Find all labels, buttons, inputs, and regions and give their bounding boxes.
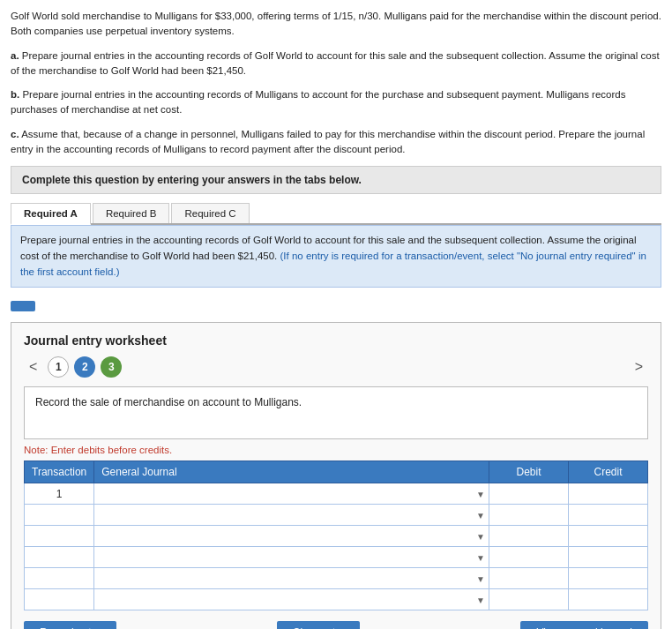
table-row: ▼: [25, 505, 648, 526]
intro-part-b: b. Prepare journal entries in the accoun…: [11, 87, 661, 118]
instruction-box: Prepare journal entries in the accountin…: [11, 225, 661, 288]
debit-input-1[interactable]: [494, 488, 564, 500]
transaction-cell-2: [25, 505, 94, 526]
journal-input-6[interactable]: [99, 594, 484, 606]
complete-banner: Complete this question by entering your …: [11, 166, 661, 194]
transaction-cell-5: [25, 568, 94, 589]
view-transaction-button[interactable]: [11, 301, 35, 311]
debit-input-4[interactable]: [494, 551, 564, 564]
nav-page-2[interactable]: 2: [74, 356, 95, 378]
part-c-text: Assume that, because of a change in pers…: [11, 129, 645, 154]
journal-cell-4[interactable]: ▼: [94, 547, 489, 568]
tab-required-a[interactable]: Required A: [11, 203, 91, 225]
debit-cell-3[interactable]: [489, 526, 569, 547]
credit-input-3[interactable]: [573, 530, 643, 543]
journal-cell-1[interactable]: ▼: [94, 483, 489, 505]
col-header-credit: Credit: [569, 461, 648, 483]
debit-cell-6[interactable]: [489, 589, 569, 610]
dropdown-icon-6: ▼: [476, 595, 485, 604]
intro-section: Golf World sold merchandise to Mulligans…: [11, 9, 661, 157]
credit-cell-2[interactable]: [569, 505, 648, 526]
debit-cell-2[interactable]: [489, 505, 569, 526]
intro-part-a: a. Prepare journal entries in the accoun…: [11, 49, 661, 79]
journal-input-3[interactable]: [99, 530, 484, 543]
transaction-cell-6: [25, 589, 94, 610]
tab-required-c[interactable]: Required C: [171, 203, 249, 223]
table-row: ▼: [25, 547, 648, 568]
journal-input-5[interactable]: [99, 573, 484, 585]
credit-cell-6[interactable]: [569, 589, 648, 610]
credit-input-2[interactable]: [573, 509, 643, 521]
credit-input-6[interactable]: [573, 594, 643, 606]
button-row: Record entry Clear entry View general jo…: [24, 621, 648, 629]
debit-input-2[interactable]: [494, 509, 564, 521]
journal-cell-2[interactable]: ▼: [94, 505, 489, 526]
debit-input-5[interactable]: [494, 573, 564, 585]
part-b-label: b.: [11, 89, 19, 100]
table-row: 1 ▼: [25, 483, 648, 505]
col-header-debit: Debit: [489, 461, 569, 483]
debit-input-6[interactable]: [494, 594, 564, 606]
journal-cell-6[interactable]: ▼: [94, 589, 489, 610]
journal-table: Transaction General Journal Debit Credit…: [24, 461, 648, 610]
dropdown-icon-2: ▼: [476, 510, 485, 520]
part-a-text: Prepare journal entries in the accountin…: [11, 50, 660, 76]
table-row: ▼: [25, 526, 648, 547]
table-row: ▼: [25, 568, 648, 589]
debit-cell-5[interactable]: [489, 568, 569, 589]
next-arrow[interactable]: >: [630, 357, 648, 377]
col-header-general-journal: General Journal: [94, 461, 489, 483]
nav-page-1[interactable]: 1: [48, 356, 69, 378]
transaction-cell-3: [25, 526, 94, 547]
intro-main: Golf World sold merchandise to Mulligans…: [11, 9, 661, 40]
prev-arrow[interactable]: <: [24, 357, 42, 377]
note-text: Note: Enter debits before credits.: [24, 445, 648, 455]
dropdown-icon-4: ▼: [476, 552, 485, 562]
journal-input-4[interactable]: [99, 551, 484, 564]
transaction-cell-4: [25, 547, 94, 568]
journal-worksheet: Journal entry worksheet < 1 2 3 > Record…: [11, 322, 661, 629]
instruction-text: Prepare journal entries in the accountin…: [20, 235, 646, 277]
part-b-text: Prepare journal entries in the accountin…: [11, 89, 625, 115]
dropdown-icon-5: ▼: [476, 573, 485, 583]
journal-cell-5[interactable]: ▼: [94, 568, 489, 589]
part-c-label: c.: [11, 129, 19, 139]
view-general-journal-button[interactable]: View general journal: [520, 621, 648, 629]
nav-page-3[interactable]: 3: [101, 356, 122, 378]
credit-cell-5[interactable]: [569, 568, 648, 589]
record-entry-button[interactable]: Record entry: [24, 621, 116, 629]
dropdown-icon-3: ▼: [476, 531, 485, 541]
credit-input-4[interactable]: [573, 551, 643, 564]
journal-title: Journal entry worksheet: [24, 333, 648, 348]
journal-cell-3[interactable]: ▼: [94, 526, 489, 547]
tabs-container: Required A Required B Required C: [11, 203, 661, 225]
credit-cell-1[interactable]: [569, 483, 648, 505]
credit-cell-3[interactable]: [569, 526, 648, 547]
table-row: ▼: [25, 589, 648, 610]
col-header-transaction: Transaction: [25, 461, 94, 483]
journal-input-2[interactable]: [99, 509, 484, 521]
dropdown-icon-1: ▼: [476, 489, 485, 498]
part-a-label: a.: [11, 50, 19, 61]
journal-input-1[interactable]: [99, 488, 484, 500]
debit-cell-4[interactable]: [489, 547, 569, 568]
credit-input-1[interactable]: [573, 488, 643, 500]
clear-entry-button[interactable]: Clear entry: [277, 621, 361, 629]
tab-required-b[interactable]: Required B: [93, 203, 170, 223]
debit-cell-1[interactable]: [489, 483, 569, 505]
credit-cell-4[interactable]: [569, 547, 648, 568]
transaction-cell-1: 1: [25, 483, 94, 505]
credit-input-5[interactable]: [573, 573, 643, 585]
debit-input-3[interactable]: [494, 530, 564, 543]
nav-row: < 1 2 3 >: [24, 356, 648, 378]
intro-part-c: c. Assume that, because of a change in p…: [11, 127, 661, 158]
record-description: Record the sale of merchandise on accoun…: [24, 386, 648, 439]
